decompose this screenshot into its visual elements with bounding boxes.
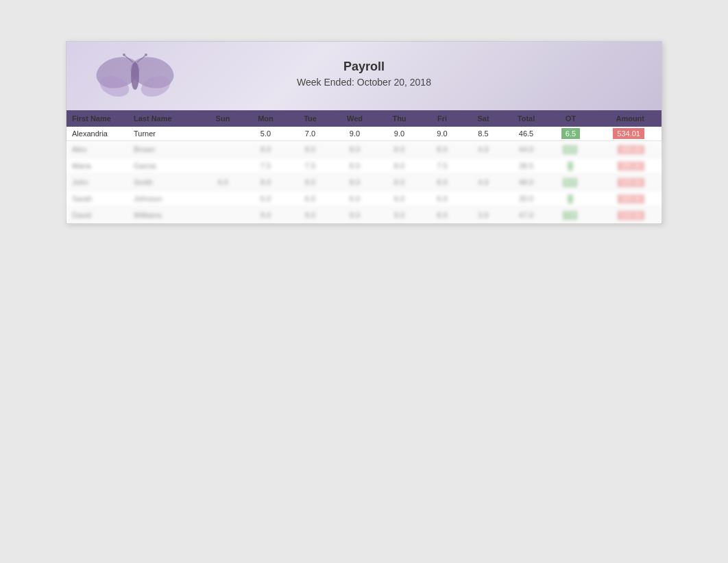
ot-green-badge: 7.0 [563, 211, 578, 220]
col-header-fri: Fri [422, 114, 463, 123]
table-row: John Smith 4.0 8.0 8.0 8.0 8.0 8.0 4.0 4… [66, 174, 662, 190]
thu-cell: 9.0 [377, 211, 422, 219]
report-header: Payroll Week Ended: October 20, 2018 [66, 42, 662, 110]
thu-cell: 8.0 [377, 162, 422, 170]
last-name-cell: Brown [134, 145, 202, 153]
col-header-tue: Tue [288, 114, 332, 123]
col-header-sun: Sun [202, 114, 243, 123]
thu-cell: 8.0 [377, 145, 422, 153]
total-cell: 38.5 [504, 162, 548, 170]
fri-cell: 6.0 [422, 195, 463, 203]
amount-cell: 385.00 [593, 162, 644, 170]
ot-green-badge: 4.0 [563, 145, 578, 154]
mon-cell: 6.0 [243, 195, 288, 203]
total-cell: 44.0 [504, 145, 548, 153]
mon-cell: 8.0 [243, 145, 288, 153]
sat-cell: 4.0 [463, 178, 504, 186]
wed-cell: 8.0 [332, 145, 377, 153]
report-subtitle: Week Ended: October 20, 2018 [297, 77, 431, 88]
amount-cell: 520.00 [593, 178, 644, 186]
ot-cell [548, 162, 593, 170]
tue-cell: 7.5 [288, 162, 332, 170]
total-cell: 30.0 [504, 195, 548, 203]
ot-cell: 7.0 [548, 211, 593, 219]
wed-cell: 6.0 [332, 195, 377, 203]
svg-point-7 [123, 53, 125, 56]
ot-green-badge [568, 195, 573, 203]
ot-cell [548, 195, 593, 203]
ot-green-badge: 8.0 [563, 178, 578, 187]
table-row: David Williams 9.0 9.0 9.0 9.0 8.0 3.0 4… [66, 207, 662, 223]
last-name-cell: Johnson [134, 195, 202, 203]
sat-cell: 4.0 [463, 145, 504, 153]
wed-cell: 9.0 [332, 129, 377, 138]
thu-cell: 9.0 [377, 129, 422, 138]
ot-cell: 4.0 [548, 145, 593, 153]
col-header-sat: Sat [463, 114, 504, 123]
wed-cell: 8.0 [332, 178, 377, 186]
wed-cell: 9.0 [332, 211, 377, 219]
last-name-cell: Smith [134, 178, 202, 186]
tue-cell: 8.0 [288, 178, 332, 186]
mon-cell: 5.0 [243, 129, 288, 138]
amount-cell: 510.00 [593, 211, 644, 219]
table-row: Sarah Johnson 6.0 6.0 6.0 6.0 6.0 30.0 3… [66, 190, 662, 207]
fri-cell: 7.5 [422, 162, 463, 170]
thu-cell: 6.0 [377, 195, 422, 203]
amount-cell: 534.01 [593, 129, 644, 138]
amount-pink-badge: 520.00 [618, 178, 644, 187]
report-title: Payroll [343, 60, 385, 74]
fri-cell: 8.0 [422, 211, 463, 219]
col-header-wed: Wed [332, 114, 377, 123]
ot-green-badge: 6.5 [561, 128, 580, 139]
mon-cell: 7.5 [243, 162, 288, 170]
amount-pink-badge: 385.00 [618, 162, 644, 171]
logo-icon [94, 52, 176, 100]
col-header-thu: Thu [377, 114, 422, 123]
tue-cell: 7.0 [288, 129, 332, 138]
fri-cell: 9.0 [422, 129, 463, 138]
table-row-first: Alexandria Turner 5.0 7.0 9.0 9.0 9.0 8.… [66, 127, 662, 141]
first-name-cell: John [72, 178, 134, 186]
table-row: Alex Brown 8.0 8.0 8.0 8.0 8.0 4.0 44.0 … [66, 141, 662, 158]
sat-cell: 8.5 [463, 129, 504, 138]
mon-cell: 9.0 [243, 211, 288, 219]
amount-cell: 300.00 [593, 195, 644, 203]
thu-cell: 8.0 [377, 178, 422, 186]
col-header-first-name: First Name [72, 114, 134, 123]
column-headers: First Name Last Name Sun Mon Tue Wed Thu… [66, 110, 662, 127]
total-cell: 47.0 [504, 211, 548, 219]
col-header-last-name: Last Name [134, 114, 202, 123]
tue-cell: 9.0 [288, 211, 332, 219]
amount-pink-badge: 300.00 [618, 195, 644, 203]
amount-pink-badge: 534.01 [613, 128, 644, 139]
first-name-cell: Alex [72, 145, 134, 153]
ot-cell: 6.5 [548, 129, 593, 138]
ot-green-badge [568, 162, 573, 171]
svg-point-8 [145, 53, 147, 56]
tue-cell: 8.0 [288, 145, 332, 153]
wed-cell: 8.0 [332, 162, 377, 170]
report-container: Payroll Week Ended: October 20, 2018 Fir… [66, 41, 662, 224]
last-name-cell: Garcia [134, 162, 202, 170]
col-header-total: Total [504, 114, 548, 123]
total-cell: 48.0 [504, 178, 548, 186]
fri-cell: 8.0 [422, 178, 463, 186]
week-ended-label: Week Ended: [297, 77, 354, 88]
sun-cell: 4.0 [202, 178, 243, 186]
ot-cell: 8.0 [548, 178, 593, 186]
amount-cell: 480.00 [593, 145, 644, 153]
first-name-cell: Sarah [72, 195, 134, 203]
last-name-cell: Turner [134, 129, 202, 138]
svg-point-2 [131, 62, 139, 90]
col-header-mon: Mon [243, 114, 288, 123]
fri-cell: 8.0 [422, 145, 463, 153]
col-header-ot: OT [548, 114, 593, 123]
table-row: Maria Garcia 7.5 7.5 8.0 8.0 7.5 38.5 38… [66, 158, 662, 174]
first-name-cell: Maria [72, 162, 134, 170]
first-name-cell: David [72, 211, 134, 219]
tue-cell: 6.0 [288, 195, 332, 203]
last-name-cell: Williams [134, 211, 202, 219]
col-header-amount: Amount [593, 114, 644, 123]
blurred-rows-section: Alex Brown 8.0 8.0 8.0 8.0 8.0 4.0 44.0 … [66, 141, 662, 223]
